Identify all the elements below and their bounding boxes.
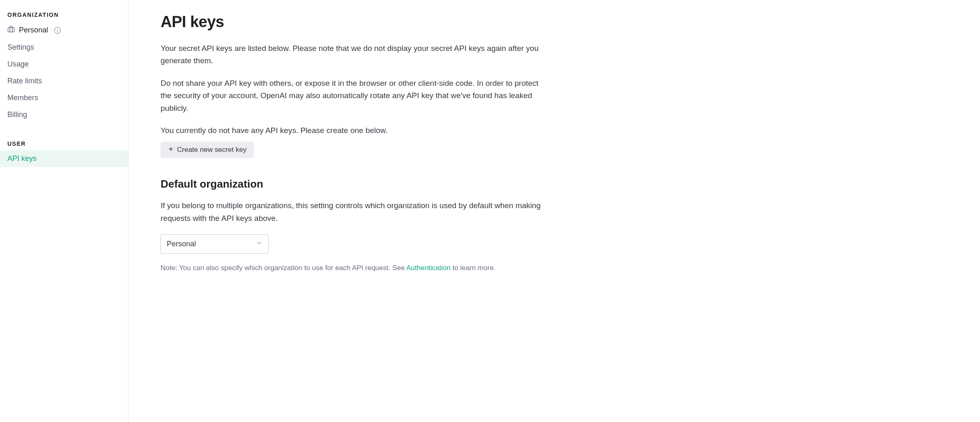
page-title: API keys <box>161 13 548 31</box>
default-org-description: If you belong to multiple organizations,… <box>161 200 548 225</box>
org-select-value: Personal <box>167 240 196 248</box>
sidebar-item-api-keys[interactable]: API keys <box>0 150 128 167</box>
sidebar-item-settings[interactable]: Settings <box>0 39 128 56</box>
chevron-down-icon <box>256 240 262 248</box>
create-secret-key-button[interactable]: Create new secret key <box>161 142 254 158</box>
sidebar-item-label: Usage <box>7 60 29 69</box>
info-icon[interactable] <box>54 27 61 34</box>
default-org-title: Default organization <box>161 178 548 190</box>
sidebar-item-rate-limits[interactable]: Rate limits <box>0 73 128 89</box>
sidebar-user-header: USER <box>0 123 128 150</box>
sidebar: ORGANIZATION Personal Settings Usage Rat… <box>0 0 129 422</box>
intro-paragraph-1: Your secret API keys are listed below. P… <box>161 42 548 67</box>
sidebar-org-name: Personal <box>19 26 48 34</box>
sidebar-item-org-personal[interactable]: Personal <box>0 21 128 39</box>
sidebar-item-label: Rate limits <box>7 77 42 85</box>
create-button-label: Create new secret key <box>177 146 246 154</box>
sidebar-item-label: Members <box>7 94 38 102</box>
note-suffix: to learn more. <box>451 264 496 272</box>
sidebar-item-usage[interactable]: Usage <box>0 56 128 73</box>
note-prefix: Note: You can also specify which organiz… <box>161 264 406 272</box>
sidebar-org-header: ORGANIZATION <box>0 11 128 21</box>
org-note: Note: You can also specify which organiz… <box>161 263 548 273</box>
empty-state-text: You currently do not have any API keys. … <box>161 124 548 137</box>
main-content: API keys Your secret API keys are listed… <box>129 0 580 422</box>
sidebar-item-billing[interactable]: Billing <box>0 106 128 123</box>
sidebar-item-label: Billing <box>7 110 27 119</box>
org-select[interactable]: Personal <box>161 234 269 254</box>
org-select-box[interactable]: Personal <box>161 234 269 254</box>
svg-rect-0 <box>8 28 14 32</box>
plus-icon <box>168 146 174 154</box>
authentication-link[interactable]: Authentication <box>406 264 451 272</box>
briefcase-icon <box>7 25 15 35</box>
intro-paragraph-2: Do not share your API key with others, o… <box>161 77 548 115</box>
sidebar-item-label: Settings <box>7 43 34 52</box>
sidebar-item-members[interactable]: Members <box>0 89 128 106</box>
sidebar-item-label: API keys <box>7 154 37 163</box>
